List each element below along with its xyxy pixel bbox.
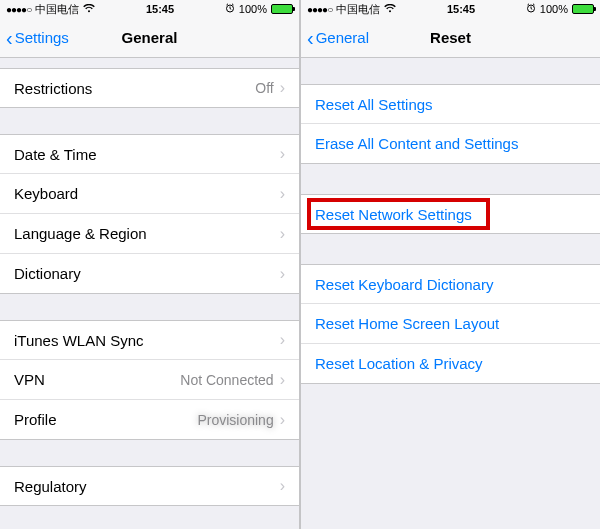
status-bar: ●●●●○ 中国电信 15:45 100% xyxy=(0,0,299,18)
row-reset-network-settings[interactable]: Reset Network Settings xyxy=(301,194,600,234)
row-label: Restrictions xyxy=(14,80,255,97)
carrier-label: 中国电信 xyxy=(35,2,79,17)
wifi-icon xyxy=(384,4,396,15)
chevron-right-icon: › xyxy=(280,225,285,243)
row-itunes-wlan-sync[interactable]: iTunes WLAN Sync › xyxy=(0,320,299,360)
row-label: Erase All Content and Settings xyxy=(315,135,586,152)
row-label: Keyboard xyxy=(14,185,280,202)
row-regulatory[interactable]: Regulatory › xyxy=(0,466,299,506)
chevron-left-icon: ‹ xyxy=(307,28,314,48)
chevron-right-icon: › xyxy=(280,477,285,495)
row-keyboard[interactable]: Keyboard › xyxy=(0,174,299,214)
chevron-right-icon: › xyxy=(280,145,285,163)
nav-bar: ‹ General Reset xyxy=(301,18,600,58)
row-label: iTunes WLAN Sync xyxy=(14,332,280,349)
alarm-icon xyxy=(225,3,235,15)
back-label: Settings xyxy=(15,29,69,46)
nav-bar: ‹ Settings General xyxy=(0,18,299,58)
back-label: General xyxy=(316,29,369,46)
battery-percent: 100% xyxy=(540,3,568,15)
battery-icon xyxy=(572,4,594,14)
row-language-region[interactable]: Language & Region › xyxy=(0,214,299,254)
row-label: Regulatory xyxy=(14,478,280,495)
row-reset-keyboard-dictionary[interactable]: Reset Keyboard Dictionary xyxy=(301,264,600,304)
battery-icon xyxy=(271,4,293,14)
status-time: 15:45 xyxy=(447,3,475,15)
row-label: Reset Network Settings xyxy=(315,206,586,223)
row-reset-location-privacy[interactable]: Reset Location & Privacy xyxy=(301,344,600,384)
row-value: Off xyxy=(255,80,273,96)
carrier-label: 中国电信 xyxy=(336,2,380,17)
status-bar: ●●●●○ 中国电信 15:45 100% xyxy=(301,0,600,18)
battery-percent: 100% xyxy=(239,3,267,15)
chevron-left-icon: ‹ xyxy=(6,28,13,48)
row-value: Not Connected xyxy=(180,372,273,388)
row-date-time[interactable]: Date & Time › xyxy=(0,134,299,174)
chevron-right-icon: › xyxy=(280,185,285,203)
back-button[interactable]: ‹ General xyxy=(301,28,375,48)
chevron-right-icon: › xyxy=(280,411,285,429)
signal-strength-icon: ●●●●○ xyxy=(6,4,31,15)
row-label: Reset All Settings xyxy=(315,96,586,113)
row-label: Language & Region xyxy=(14,225,280,242)
row-label: Reset Home Screen Layout xyxy=(315,315,586,332)
row-dictionary[interactable]: Dictionary › xyxy=(0,254,299,294)
row-reset-all-settings[interactable]: Reset All Settings xyxy=(301,84,600,124)
row-vpn[interactable]: VPN Not Connected › xyxy=(0,360,299,400)
back-button[interactable]: ‹ Settings xyxy=(0,28,75,48)
row-label: Reset Keyboard Dictionary xyxy=(315,276,586,293)
chevron-right-icon: › xyxy=(280,79,285,97)
row-profile[interactable]: Profile Provisioning › xyxy=(0,400,299,440)
chevron-right-icon: › xyxy=(280,371,285,389)
status-time: 15:45 xyxy=(146,3,174,15)
row-label: VPN xyxy=(14,371,180,388)
row-reset-home-screen-layout[interactable]: Reset Home Screen Layout xyxy=(301,304,600,344)
chevron-right-icon: › xyxy=(280,265,285,283)
signal-strength-icon: ●●●●○ xyxy=(307,4,332,15)
wifi-icon xyxy=(83,4,95,15)
row-label: Profile xyxy=(14,411,197,428)
row-label: Reset Location & Privacy xyxy=(315,355,586,372)
reset-settings-pane: ●●●●○ 中国电信 15:45 100% ‹ General Reset xyxy=(301,0,600,529)
general-settings-pane: ●●●●○ 中国电信 15:45 100% ‹ Settings General xyxy=(0,0,299,529)
alarm-icon xyxy=(526,3,536,15)
row-label: Dictionary xyxy=(14,265,280,282)
row-label: Date & Time xyxy=(14,146,280,163)
chevron-right-icon: › xyxy=(280,331,285,349)
row-value: Provisioning xyxy=(197,412,273,428)
row-erase-all-content[interactable]: Erase All Content and Settings xyxy=(301,124,600,164)
row-restrictions[interactable]: Restrictions Off › xyxy=(0,68,299,108)
